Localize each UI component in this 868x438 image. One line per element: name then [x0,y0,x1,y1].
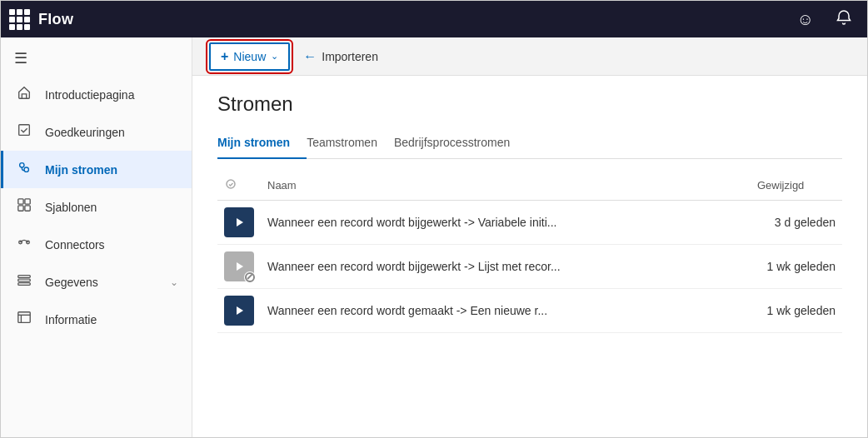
templates-icon [17,197,35,217]
waffle-menu[interactable] [9,9,30,30]
sidebar-item-myflows[interactable]: Mijn stromen [1,151,192,188]
home-icon [17,85,35,104]
flow3-icon-cell [217,289,261,333]
svg-rect-12 [18,312,30,323]
tab-bizflows[interactable]: Bedrijfsprocesstromen [394,129,526,159]
flow1-icon-cell [217,201,261,245]
svg-rect-10 [18,279,30,281]
flow1-name: Wanneer een record wordt bijgewerkt -> V… [261,201,751,245]
sidebar-item-home-label: Introductiepagina [45,88,134,102]
hamburger-button[interactable]: ☰ [1,41,192,76]
flow1-modified: 3 d geleden [751,201,842,245]
tab-bizflows-label: Bedrijfsprocesstromen [394,136,510,149]
table-header-row: Naam Gewijzigd [217,172,842,201]
flow3-modified: 1 wk geleden [751,289,842,333]
tab-myflows-label: Mijn stromen [217,136,290,149]
sidebar-item-connectors-label: Connectors [45,238,105,251]
top-navigation: Flow ☺ [1,1,867,37]
sidebar-item-approvals-label: Goedkeuringen [45,126,125,139]
col-icon [217,172,261,201]
new-label: Nieuw [233,50,266,63]
tab-teamflows[interactable]: Teamstromen [307,129,394,159]
svg-point-1 [20,163,24,167]
disabled-circle-icon [245,272,255,282]
import-label: Importeren [322,50,378,63]
new-chevron-icon: ⌄ [271,51,278,62]
bell-icon[interactable] [829,6,859,33]
myflows-icon [17,160,35,179]
svg-rect-3 [18,199,23,204]
table-row[interactable]: Wanneer een record wordt bijgewerkt -> L… [217,245,842,289]
tab-myflows[interactable]: Mijn stromen [217,129,307,159]
main-content: + Nieuw ⌄ ← Importeren Stromen Mijn stro… [192,37,867,438]
flow2-name: Wanneer een record wordt bijgewerkt -> L… [261,245,751,289]
flow2-modified: 1 wk geleden [751,245,842,289]
table-row[interactable]: Wanneer een record wordt gemaakt -> Een … [217,289,842,333]
tabs-bar: Mijn stromen Teamstromen Bedrijfsprocess… [217,129,842,159]
sidebar-item-templates-label: Sjablonen [45,201,97,214]
flow3-icon-wrapper [224,296,254,326]
sidebar-item-data-label: Gegevens [45,276,98,289]
page-content: Stromen Mijn stromen Teamstromen Bedrijf… [192,76,867,438]
svg-rect-9 [18,276,30,278]
flow1-icon-wrapper [224,207,254,237]
smiley-icon[interactable]: ☺ [791,7,821,32]
connectors-icon [17,235,35,254]
data-chevron-icon: ⌄ [170,276,178,288]
sidebar: ☰ Introductiepagina Goedkeuringen Mijn s… [1,37,192,438]
svg-rect-4 [25,199,30,204]
flow3-icon [224,296,254,326]
info-icon [17,310,35,329]
new-button[interactable]: + Nieuw ⌄ [209,42,290,71]
sidebar-item-data[interactable]: Gegevens ⌄ [1,263,192,301]
disabled-badge [244,271,256,283]
svg-point-15 [227,180,235,188]
sidebar-item-connectors[interactable]: Connectors [1,226,192,263]
svg-marker-16 [237,218,243,226]
sidebar-item-home[interactable]: Introductiepagina [1,76,192,113]
sidebar-item-info-label: Informatie [45,313,97,326]
svg-point-2 [24,167,28,172]
flow2-icon-wrapper [224,251,254,281]
flow1-icon [224,207,254,237]
main-layout: ☰ Introductiepagina Goedkeuringen Mijn s… [1,37,867,438]
plus-icon: + [221,49,228,64]
flow2-icon-cell [217,245,261,289]
svg-marker-17 [237,262,243,271]
data-icon [17,272,35,291]
approvals-icon [17,122,35,142]
flow3-name: Wanneer een record wordt gemaakt -> Een … [261,289,751,333]
app-title: Flow [38,11,73,28]
import-button[interactable]: ← Importeren [293,44,388,69]
flows-table: Naam Gewijzigd W [217,172,842,333]
toolbar: + Nieuw ⌄ ← Importeren [192,37,867,76]
sidebar-item-approvals[interactable]: Goedkeuringen [1,113,192,151]
page-title: Stromen [217,92,842,116]
table-row[interactable]: Wanneer een record wordt bijgewerkt -> V… [217,201,842,245]
svg-rect-6 [25,206,30,211]
svg-rect-11 [18,283,30,286]
sidebar-item-myflows-label: Mijn stromen [45,163,117,177]
svg-marker-18 [237,306,243,315]
svg-rect-0 [19,125,30,136]
col-name-header: Naam [261,172,751,201]
sidebar-item-templates[interactable]: Sjablonen [1,188,192,226]
svg-rect-5 [18,206,23,211]
import-arrow-icon: ← [303,49,317,64]
tab-teamflows-label: Teamstromen [307,136,377,149]
sidebar-item-info[interactable]: Informatie [1,301,192,338]
col-modified-header: Gewijzigd [751,172,842,201]
